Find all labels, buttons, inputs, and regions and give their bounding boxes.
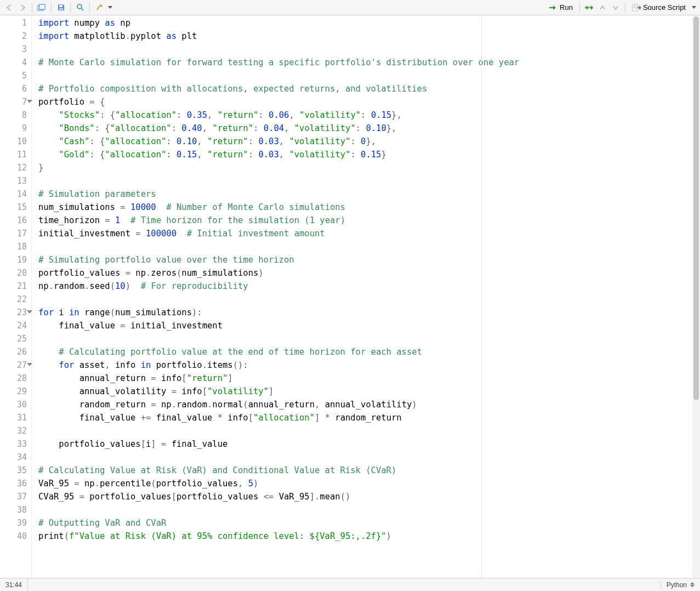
code-tools-dropdown[interactable] [106, 2, 113, 14]
line-number[interactable]: 5 [0, 69, 31, 82]
code-content[interactable]: import numpy as npimport matplotlib.pypl… [32, 15, 700, 543]
line-number[interactable]: 30 [0, 398, 31, 411]
line-number[interactable]: 34 [0, 451, 31, 464]
line-number[interactable]: 26 [0, 345, 31, 359]
line-number[interactable]: 35 [0, 464, 31, 477]
line-number[interactable]: 25 [0, 332, 31, 345]
go-to-prev-section-button[interactable] [596, 2, 608, 14]
vertical-scrollbar[interactable] [692, 15, 700, 578]
code-tools-button[interactable] [93, 2, 105, 14]
code-line[interactable]: # Simulating portfolio value over the ti… [38, 253, 700, 266]
code-line[interactable]: for i in range(num_simulations): [38, 306, 700, 319]
code-line[interactable]: # Simulation parameters [38, 187, 700, 201]
line-number[interactable]: 23 [0, 306, 31, 319]
code-line[interactable] [38, 332, 700, 345]
code-line[interactable] [38, 451, 700, 464]
code-line[interactable]: portfolio_values[i] = final_value [38, 437, 700, 451]
code-line[interactable] [38, 43, 700, 56]
code-line[interactable]: import matplotlib.pyplot as plt [38, 30, 700, 43]
rerun-button[interactable] [583, 2, 595, 14]
code-line[interactable]: "Stocks": {"allocation": 0.35, "return":… [38, 109, 700, 122]
line-number[interactable]: 27 [0, 359, 31, 372]
line-number[interactable]: 3 [0, 43, 31, 56]
code-line[interactable] [38, 503, 700, 516]
line-number[interactable]: 13 [0, 174, 31, 187]
code-area[interactable]: import numpy as npimport matplotlib.pypl… [32, 15, 700, 578]
source-script-dropdown[interactable] [690, 2, 697, 14]
line-number[interactable]: 33 [0, 437, 31, 451]
line-number[interactable]: 38 [0, 503, 31, 516]
line-number[interactable]: 21 [0, 280, 31, 293]
code-line[interactable]: } [38, 161, 700, 174]
line-number[interactable]: 10 [0, 135, 31, 148]
show-in-new-window-button[interactable] [36, 2, 48, 14]
code-line[interactable]: # Calculating portfolio value at the end… [38, 345, 700, 359]
line-number[interactable]: 14 [0, 187, 31, 201]
line-number[interactable]: 32 [0, 424, 31, 437]
line-number[interactable]: 18 [0, 240, 31, 253]
code-line[interactable]: initial_investment = 100000 # Initial in… [38, 227, 700, 240]
code-line[interactable]: final_value += final_value * info["alloc… [38, 411, 700, 424]
cursor-position[interactable]: 31:44 [0, 578, 28, 591]
line-number[interactable]: 31 [0, 411, 31, 424]
code-line[interactable]: import numpy as np [38, 16, 700, 30]
line-number[interactable]: 39 [0, 516, 31, 530]
line-number[interactable]: 36 [0, 477, 31, 490]
code-line[interactable]: print(f"Value at Risk (VaR) at 95% confi… [38, 530, 700, 543]
code-line[interactable]: num_simulations = 10000 # Number of Mont… [38, 201, 700, 214]
code-line[interactable] [38, 240, 700, 253]
line-number[interactable]: 6 [0, 82, 31, 95]
code-line[interactable]: # Calculating Value at Risk (VaR) and Co… [38, 464, 700, 477]
run-button[interactable]: Run [545, 2, 576, 14]
line-number[interactable]: 20 [0, 266, 31, 280]
line-number[interactable]: 19 [0, 253, 31, 266]
code-line[interactable]: "Gold": {"allocation": 0.15, "return": 0… [38, 148, 700, 161]
line-number[interactable]: 28 [0, 372, 31, 385]
line-number[interactable]: 15 [0, 201, 31, 214]
code-line[interactable] [38, 174, 700, 187]
line-number[interactable]: 40 [0, 530, 31, 543]
code-line[interactable]: # Monte Carlo simulation for forward tes… [38, 56, 700, 69]
nav-forward-button[interactable] [16, 2, 29, 14]
save-button[interactable] [55, 2, 67, 14]
code-line[interactable] [38, 293, 700, 306]
code-line[interactable]: time_horizon = 1 # Time horizon for the … [38, 214, 700, 227]
code-line[interactable]: VaR_95 = np.percentile(portfolio_values,… [38, 477, 700, 490]
code-line[interactable] [38, 424, 700, 437]
go-to-next-section-button[interactable] [610, 2, 622, 14]
line-number[interactable]: 4 [0, 56, 31, 69]
line-number[interactable]: 29 [0, 385, 31, 398]
code-line[interactable] [38, 69, 700, 82]
line-number[interactable]: 12 [0, 161, 31, 174]
line-number[interactable]: 11 [0, 148, 31, 161]
code-line[interactable]: portfolio = { [38, 95, 700, 109]
code-line[interactable]: "Bonds": {"allocation": 0.40, "return": … [38, 122, 700, 135]
line-number[interactable]: 37 [0, 490, 31, 503]
code-line[interactable]: # Outputting VaR and CVaR [38, 516, 700, 530]
source-script-button[interactable]: Source Script [629, 2, 689, 14]
scrollbar-thumb[interactable] [693, 16, 699, 400]
code-line[interactable]: # Portfolio composition with allocations… [38, 82, 700, 95]
nav-back-button[interactable] [3, 2, 15, 14]
line-number[interactable]: 24 [0, 319, 31, 332]
line-number[interactable]: 1 [0, 16, 31, 30]
code-line[interactable]: "Cash": {"allocation": 0.10, "return": 0… [38, 135, 700, 148]
line-number[interactable]: 2 [0, 30, 31, 43]
code-line[interactable]: for asset, info in portfolio.items(): [38, 359, 700, 372]
line-number[interactable]: 9 [0, 122, 31, 135]
code-line[interactable]: final_value = initial_investment [38, 319, 700, 332]
code-line[interactable]: CVaR_95 = portfolio_values[portfolio_val… [38, 490, 700, 503]
line-number[interactable]: 8 [0, 109, 31, 122]
code-line[interactable]: np.random.seed(10) # For reproducibility [38, 280, 700, 293]
language-selector[interactable]: Python [661, 581, 700, 589]
line-number-gutter[interactable]: 1234567891011121314151617181920212223242… [0, 15, 32, 578]
line-number[interactable]: 7 [0, 95, 31, 109]
line-number[interactable]: 22 [0, 293, 31, 306]
line-number[interactable]: 17 [0, 227, 31, 240]
code-line[interactable]: random_return = np.random.normal(annual_… [38, 398, 700, 411]
line-number[interactable]: 16 [0, 214, 31, 227]
code-line[interactable]: annual_return = info["return"] [38, 372, 700, 385]
code-line[interactable]: annual_volatility = info["volatility"] [38, 385, 700, 398]
code-line[interactable]: portfolio_values = np.zeros(num_simulati… [38, 266, 700, 280]
find-replace-button[interactable] [74, 2, 86, 14]
